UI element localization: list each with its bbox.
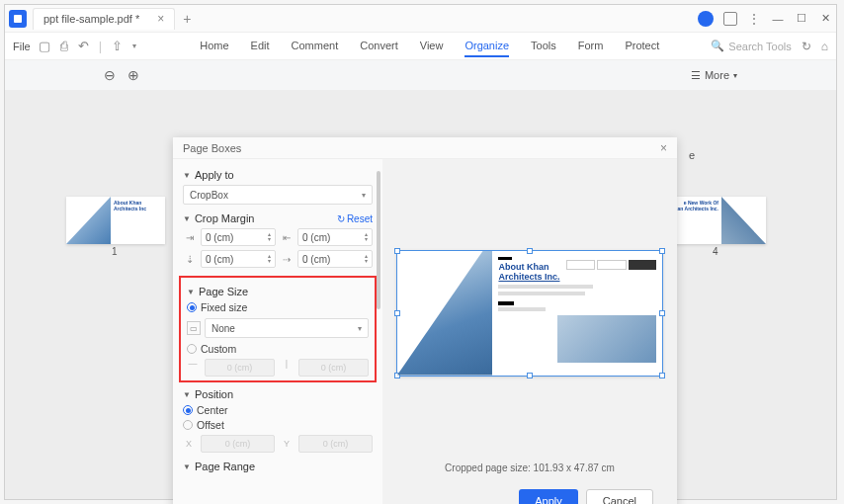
crop-size-info: Cropped page size: 101.93 x 47.87 cm <box>392 457 667 483</box>
new-tab-button[interactable]: + <box>183 11 191 27</box>
cancel-button[interactable]: Cancel <box>586 489 653 504</box>
app-window: ppt file-sample.pdf * × + ⋮ — ☐ ✕ File ▢… <box>4 4 837 500</box>
orientation-icon[interactable]: ▭ <box>187 321 201 335</box>
margin-bottom-icon: ⇣ <box>183 252 197 266</box>
dialog-title: Page Boxes <box>183 142 241 154</box>
margin-top-icon: ⇥ <box>183 230 197 244</box>
dialog-close-icon[interactable]: × <box>660 141 667 155</box>
search-icon: 🔍 <box>711 40 724 52</box>
margin-right-input[interactable]: 0 (cm)▴▾ <box>297 250 373 268</box>
quick-access-toolbar: ▢ ⎙ ↶ | ⇧ ▾ <box>39 39 136 53</box>
menu-protect[interactable]: Protect <box>625 36 659 57</box>
menu-home[interactable]: Home <box>200 36 228 57</box>
main-menu: Home Edit Comment Convert View Organize … <box>148 36 711 57</box>
search-tools[interactable]: 🔍 Search Tools <box>711 40 791 52</box>
crop-handle[interactable] <box>659 248 665 254</box>
chevron-down-icon: ▾ <box>733 71 737 80</box>
margin-top-input[interactable]: 0 (cm)▴▾ <box>201 228 276 246</box>
chevron-down-icon: ▾ <box>362 191 366 200</box>
page-thumb-4[interactable]: e New Work Ofan Architects Inc. <box>667 197 766 244</box>
page-boxes-dialog: Page Boxes × e ▼Apply to CropBox▾ ▼Crop … <box>173 137 677 504</box>
margin-bottom-input[interactable]: 0 (cm)▴▾ <box>201 250 276 268</box>
dialog-header: Page Boxes × e <box>173 137 677 159</box>
save-icon[interactable]: ▢ <box>39 39 50 53</box>
offset-y-input: 0 (cm) <box>298 435 373 453</box>
margin-left-icon: ⇤ <box>280 230 294 244</box>
notification-icon[interactable] <box>723 12 737 26</box>
tab-title: ppt file-sample.pdf * <box>43 13 139 25</box>
position-offset-radio[interactable]: Offset <box>183 419 373 431</box>
zoom-in-icon[interactable]: ⊕ <box>127 67 139 83</box>
fixed-size-radio[interactable]: Fixed size <box>187 301 369 313</box>
crop-preview[interactable]: About Khan Architects Inc. <box>397 251 662 376</box>
thumb-number-4: 4 <box>713 246 718 257</box>
margin-left-input[interactable]: 0 (cm)▴▾ <box>297 228 373 246</box>
crop-handle[interactable] <box>527 248 533 254</box>
user-avatar-icon[interactable] <box>698 11 714 27</box>
search-label: Search Tools <box>728 41 791 52</box>
offset-x-input: 0 (cm) <box>201 435 275 453</box>
dialog-preview-panel: About Khan Architects Inc. <box>382 159 677 504</box>
file-menu[interactable]: File <box>13 41 31 52</box>
svg-rect-0 <box>14 15 22 23</box>
secondary-toolbar: ⊖ ⊕ ☰ More ▾ <box>5 60 836 90</box>
apply-to-select[interactable]: CropBox▾ <box>183 185 373 205</box>
page-range-header[interactable]: ▼Page Range <box>183 461 373 472</box>
tab-close-icon[interactable]: × <box>157 12 164 26</box>
sync-icon[interactable]: ↻ <box>802 40 811 53</box>
titlebar: ppt file-sample.pdf * × + ⋮ — ☐ ✕ <box>5 5 836 33</box>
crop-handle[interactable] <box>394 310 400 316</box>
more-dropdown[interactable]: ☰ More ▾ <box>691 69 737 82</box>
page-size-highlight: ▼Page Size Fixed size ▭ None▾ Custom — 0… <box>179 276 377 382</box>
qat-chevron-icon[interactable]: ▾ <box>132 42 136 50</box>
zoom-out-icon[interactable]: ⊖ <box>104 67 116 83</box>
custom-width-input: 0 (cm) <box>205 359 275 377</box>
margin-right-icon: ⇢ <box>280 252 294 266</box>
menubar: File ▢ ⎙ ↶ | ⇧ ▾ Home Edit Comment Conve… <box>5 33 836 60</box>
undo-icon[interactable]: ↶ <box>78 39 89 53</box>
close-button[interactable]: ✕ <box>818 12 832 26</box>
fixed-size-select[interactable]: None▾ <box>205 318 369 338</box>
position-center-radio[interactable]: Center <box>183 404 373 416</box>
crop-handle[interactable] <box>659 373 665 378</box>
menu-view[interactable]: View <box>420 36 444 57</box>
page-size-header[interactable]: ▼Page Size <box>187 286 369 297</box>
chevron-down-icon: ▾ <box>358 324 362 333</box>
app-icon <box>9 10 27 28</box>
custom-height-input: 0 (cm) <box>298 359 369 377</box>
print-icon[interactable]: ⎙ <box>60 39 68 53</box>
custom-size-radio[interactable]: Custom <box>187 343 369 355</box>
menu-convert[interactable]: Convert <box>360 36 398 57</box>
hamburger-icon: ☰ <box>691 69 701 82</box>
position-header[interactable]: ▼Position <box>183 388 373 400</box>
menu-comment[interactable]: Comment <box>292 36 339 57</box>
menu-form[interactable]: Form <box>578 36 604 57</box>
dialog-options-panel: ▼Apply to CropBox▾ ▼Crop Margin ↻Reset ⇥… <box>173 159 382 504</box>
crop-handle[interactable] <box>394 248 400 254</box>
more-label: More <box>705 69 729 81</box>
more-icon[interactable]: ⋮ <box>747 11 761 27</box>
maximize-button[interactable]: ☐ <box>795 12 808 26</box>
crop-handle[interactable] <box>527 373 533 378</box>
reset-icon: ↻ <box>337 213 345 224</box>
share-icon[interactable]: ⇧ <box>112 39 123 53</box>
scrollbar[interactable] <box>377 171 380 309</box>
document-tab[interactable]: ppt file-sample.pdf * × <box>33 8 175 30</box>
crop-handle[interactable] <box>659 310 665 316</box>
dialog-footer: Apply Cancel <box>392 483 667 504</box>
menu-tools[interactable]: Tools <box>531 36 556 57</box>
apply-button[interactable]: Apply <box>519 489 578 504</box>
content-area: About KhanArchitects Inc 1 e New Work Of… <box>5 90 836 499</box>
crop-margin-header[interactable]: ▼Crop Margin ↻Reset <box>183 212 373 224</box>
reset-button[interactable]: ↻Reset <box>337 213 373 224</box>
thumb-number-1: 1 <box>112 246 118 257</box>
page-thumb-1[interactable]: About KhanArchitects Inc <box>66 197 165 244</box>
home-icon[interactable]: ⌂ <box>821 40 828 53</box>
menu-organize[interactable]: Organize <box>464 36 509 57</box>
menu-edit[interactable]: Edit <box>251 36 270 57</box>
minimize-button[interactable]: — <box>771 12 785 26</box>
apply-to-header[interactable]: ▼Apply to <box>183 169 373 181</box>
